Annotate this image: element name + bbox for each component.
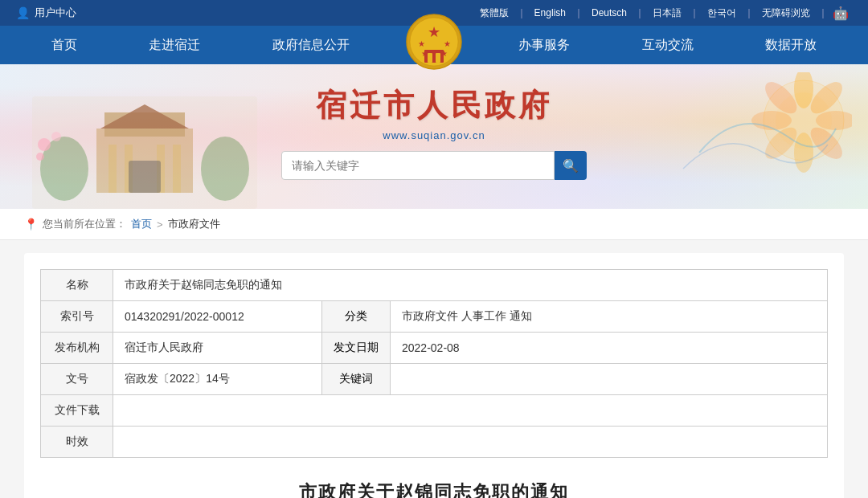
divider6: ｜ — [817, 6, 829, 20]
banner-right-deco — [675, 72, 852, 201]
table-row-publisher: 发布机构 宿迁市人民政府 发文日期 2022-02-08 — [41, 333, 828, 364]
nav-about[interactable]: 走进宿迁 — [129, 26, 219, 64]
accessible-link[interactable]: 无障碍浏览 — [755, 6, 817, 20]
main-content: 名称 市政府关于赵锦同志免职的通知 索引号 014320291/2022-000… — [24, 253, 844, 498]
category-value: 市政府文件 人事工作 通知 — [391, 301, 828, 333]
nav-info[interactable]: 政府信息公开 — [253, 26, 369, 64]
keyword-label: 关键词 — [322, 364, 391, 395]
docno-label: 文号 — [41, 364, 113, 395]
svg-point-30 — [794, 133, 813, 173]
emblem: ★ ★ ★ ★ ★ — [405, 13, 463, 74]
nav-bar: ★ ★ ★ ★ ★ 首页 走进宿迁 政府信息公开 办事服务 互动交流 数据开放 — [0, 26, 868, 64]
doc-info-table: 名称 市政府关于赵锦同志免职的通知 索引号 014320291/2022-000… — [40, 269, 828, 458]
header-banner: 宿迁市人民政府 www.suqian.gov.cn 🔍 — [0, 64, 868, 209]
lang-ja-link[interactable]: 日本語 — [646, 6, 688, 20]
validity-label: 时效 — [41, 427, 113, 458]
breadcrumb-home[interactable]: 首页 — [131, 217, 152, 231]
svg-rect-8 — [428, 53, 432, 63]
title-value: 市政府关于赵锦同志免职的通知 — [113, 270, 828, 301]
user-icon: 👤 — [16, 6, 30, 19]
date-label: 发文日期 — [322, 333, 391, 364]
top-bar-left: 👤 用户中心 — [16, 6, 76, 20]
svg-text:★: ★ — [418, 39, 425, 48]
svg-rect-17 — [173, 145, 181, 193]
breadcrumb-separator: > — [157, 218, 163, 231]
nav-data[interactable]: 数据开放 — [746, 26, 836, 64]
divider3: ｜ — [633, 6, 646, 20]
divider5: ｜ — [743, 6, 755, 20]
svg-point-22 — [51, 132, 61, 141]
svg-rect-9 — [436, 53, 440, 63]
table-row-index: 索引号 014320291/2022-00012 分类 市政府文件 人事工作 通… — [41, 301, 828, 333]
date-value: 2022-02-08 — [391, 333, 828, 364]
svg-point-20 — [201, 137, 249, 201]
title-label: 名称 — [41, 270, 113, 301]
publisher-value: 宿迁市人民政府 — [113, 333, 322, 364]
breadcrumb-bar: 📍 您当前所在位置： 首页 > 市政府文件 — [0, 209, 868, 240]
divider4: ｜ — [688, 6, 701, 20]
docno-value: 宿政发〔2022〕14号 — [113, 364, 322, 395]
search-icon: 🔍 — [563, 158, 579, 173]
table-row-title: 名称 市政府关于赵锦同志免职的通知 — [41, 270, 828, 301]
publisher-label: 发布机构 — [41, 333, 113, 364]
divider2: ｜ — [572, 6, 585, 20]
search-bar: 🔍 — [281, 151, 587, 180]
site-title: 宿迁市人民政府 — [316, 85, 552, 126]
location-icon: 📍 — [24, 218, 38, 231]
validity-value — [113, 427, 828, 458]
divider1: ｜ — [515, 6, 528, 20]
download-label: 文件下载 — [41, 395, 113, 427]
svg-point-21 — [38, 138, 51, 151]
user-center-label[interactable]: 用户中心 — [35, 6, 76, 20]
index-value: 014320291/2022-00012 — [113, 301, 322, 333]
site-url: www.suqian.gov.cn — [383, 129, 485, 141]
lang-de-link[interactable]: Deutsch — [585, 7, 633, 18]
search-button[interactable]: 🔍 — [555, 151, 587, 180]
download-value — [113, 395, 828, 427]
svg-rect-7 — [424, 50, 444, 63]
svg-rect-14 — [108, 145, 117, 193]
lang-ko-link[interactable]: 한국어 — [701, 6, 743, 20]
table-row-validity: 时效 — [41, 427, 828, 458]
category-label: 分类 — [322, 301, 391, 333]
table-row-download: 文件下载 — [41, 395, 828, 427]
doc-heading: 市政府关于赵锦同志免职的通知 — [40, 480, 828, 498]
nav-interact[interactable]: 互动交流 — [623, 26, 713, 64]
robot-icon[interactable]: 🤖 — [829, 6, 852, 21]
svg-text:★: ★ — [428, 24, 440, 40]
top-bar-right: 繁體版 ｜ English ｜ Deutsch ｜ 日本語 ｜ 한국어 ｜ 无障… — [473, 6, 852, 21]
breadcrumb-current: 市政府文件 — [168, 217, 220, 231]
keyword-value — [391, 364, 828, 395]
search-input[interactable] — [281, 151, 555, 180]
lang-trad-link[interactable]: 繁體版 — [473, 6, 515, 20]
svg-rect-18 — [129, 161, 161, 193]
index-label: 索引号 — [41, 301, 113, 333]
svg-point-23 — [36, 153, 44, 161]
nav-home[interactable]: 首页 — [32, 26, 96, 64]
lang-en-link[interactable]: English — [528, 7, 572, 18]
svg-text:★: ★ — [444, 39, 451, 48]
table-row-docno: 文号 宿政发〔2022〕14号 关键词 — [41, 364, 828, 395]
banner-building — [32, 96, 257, 209]
nav-service[interactable]: 办事服务 — [499, 26, 589, 64]
breadcrumb-prefix: 您当前所在位置： — [43, 217, 126, 231]
